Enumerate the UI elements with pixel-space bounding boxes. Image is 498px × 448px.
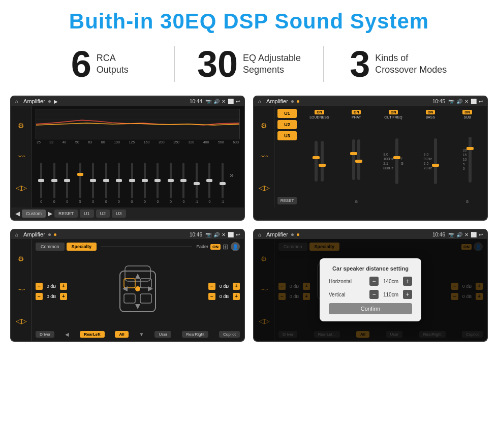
fader-on-button[interactable]: ON: [210, 244, 221, 250]
u3-button[interactable]: U3: [112, 210, 126, 218]
back-icon-2[interactable]: ↩: [479, 99, 483, 104]
horizontal-label: Horizontal: [329, 279, 359, 284]
confirm-button[interactable]: Confirm: [329, 303, 412, 314]
play-icon-1[interactable]: ▶: [54, 99, 58, 104]
speaker-layout-area: − 0 dB + − 0 dB +: [36, 253, 240, 329]
right-controls: − 0 dB + − 0 dB +: [208, 253, 240, 329]
status-icons-2: 📷 🔊 ✕ ⬜ ↩: [448, 99, 483, 104]
all-button[interactable]: All: [115, 331, 128, 338]
home-icon-3[interactable]: ⌂: [15, 232, 18, 237]
status-bar-1: ⌂ Amplifier ▶ 10:44 📷 🔊 ✕ ⬜ ↩: [11, 97, 244, 106]
db-minus-br[interactable]: −: [208, 293, 215, 300]
copilot-button[interactable]: Copilot: [219, 331, 240, 338]
next-preset-button[interactable]: ▶: [48, 210, 52, 217]
home-icon-2[interactable]: ⌂: [258, 99, 261, 104]
eq-slider-11: 0: [178, 163, 189, 203]
back-icon-4[interactable]: ↩: [479, 232, 483, 237]
prev-preset-button[interactable]: ◀: [15, 210, 20, 217]
volume-icon-1[interactable]: 🔊: [213, 99, 220, 104]
db-value-tl: 0 dB: [44, 284, 58, 289]
volume-icon-3[interactable]: 🔊: [213, 232, 220, 237]
close-icon-3[interactable]: ✕: [222, 232, 226, 237]
u2-select-button[interactable]: U2: [277, 120, 297, 129]
u2-button[interactable]: U2: [96, 210, 110, 218]
phat-on-button[interactable]: ON: [352, 110, 361, 114]
loudness-on-button[interactable]: ON: [315, 110, 324, 114]
db-minus-tr[interactable]: −: [208, 283, 215, 290]
bass-on-button[interactable]: ON: [426, 110, 435, 114]
status-bar-2: ⌂ Amplifier 10:45 📷 🔊 ✕ ⬜ ↩: [254, 97, 487, 106]
window-icon-3[interactable]: ⬜: [228, 232, 234, 237]
db-value-br: 0 dB: [217, 294, 231, 299]
band-bass: ON BASS 3.0 90Hz 2.5 70Hz: [413, 108, 448, 205]
u1-select-button[interactable]: U1: [277, 109, 297, 118]
db-plus-br[interactable]: +: [233, 293, 240, 300]
eq-slider-10: 0: [165, 163, 176, 203]
amp-filter-icon[interactable]: ⚙: [261, 122, 267, 130]
top-row: Common Specialty Fader ON ⊞ 👤: [36, 242, 240, 251]
eq-slider-3: 5: [74, 163, 85, 203]
u3-select-button[interactable]: U3: [277, 131, 297, 140]
dot-4b: [297, 233, 299, 236]
volume-icon-2[interactable]: 🔊: [456, 99, 462, 104]
rearleft-button[interactable]: RearLeft: [80, 331, 104, 338]
horizontal-minus-button[interactable]: −: [369, 277, 379, 286]
db-plus-bl[interactable]: +: [60, 293, 67, 300]
common-tab-button[interactable]: Common: [36, 243, 65, 251]
user-button-3[interactable]: User: [154, 331, 171, 338]
amp-volume-icon[interactable]: ◁▷: [259, 184, 270, 192]
reset-button-1[interactable]: RESET: [54, 210, 78, 218]
profile-icon-3[interactable]: 👤: [231, 242, 240, 251]
custom-preset-button[interactable]: Custom: [22, 210, 46, 218]
db-value-bl: 0 dB: [44, 294, 58, 299]
expand-icon[interactable]: »: [230, 171, 240, 179]
eq-volume-icon[interactable]: ◁▷: [16, 184, 27, 192]
eq-slider-5: 0: [100, 163, 111, 203]
vertical-plus-button[interactable]: +: [403, 290, 412, 299]
back-icon-3[interactable]: ↩: [236, 232, 240, 237]
sp-volume-icon[interactable]: ◁▷: [16, 317, 27, 325]
eq-slider-12: -1: [191, 163, 202, 203]
bottom-controls-speaker: Driver ◀ RearLeft All ▼ User RearRight C…: [36, 331, 240, 338]
home-icon[interactable]: ⌂: [15, 99, 18, 104]
stat-number-eq: 30: [197, 46, 238, 82]
eq-filter-icon[interactable]: ⚙: [18, 122, 24, 130]
eq-slider-2: 0: [61, 163, 73, 203]
vertical-minus-button[interactable]: −: [369, 290, 379, 299]
eq-slider-1: 0: [48, 163, 59, 203]
db-minus-bl[interactable]: −: [36, 293, 43, 300]
sp-filter-icon[interactable]: ⚙: [18, 255, 24, 263]
close-icon-2[interactable]: ✕: [464, 99, 469, 104]
reset-button-2[interactable]: RESET: [277, 197, 297, 204]
db-plus-tr[interactable]: +: [233, 283, 240, 290]
status-icons-1: 📷 🔊 ✕ ⬜ ↩: [205, 99, 240, 104]
band-loudness: ON LOUDNESS: [302, 108, 337, 205]
eq-freq-labels: 25 32 40 50 63 80 100 125 160 200 250 32…: [36, 140, 240, 144]
sub-on-button[interactable]: ON: [462, 110, 472, 114]
cutfreq-on-button[interactable]: ON: [389, 110, 398, 114]
left-arrow-icon: ◀: [65, 332, 69, 337]
close-icon-1[interactable]: ✕: [222, 99, 226, 104]
window-icon-2[interactable]: ⬜: [471, 99, 477, 104]
time-3: 10:46: [190, 232, 202, 237]
close-icon-4[interactable]: ✕: [464, 232, 469, 237]
amp-wave-icon[interactable]: 〰: [261, 153, 268, 161]
sp-wave-icon[interactable]: 〰: [18, 286, 25, 294]
u1-button[interactable]: U1: [80, 210, 94, 218]
window-icon-4[interactable]: ⬜: [471, 232, 477, 237]
driver-button[interactable]: Driver: [36, 331, 54, 338]
stat-number-rca: 6: [71, 46, 91, 82]
screen-bands: ⌂ Amplifier 10:45 📷 🔊 ✕ ⬜ ↩ ⚙ 〰 ◁▷ U1 U2: [253, 96, 488, 221]
screenshots-grid: ⌂ Amplifier ▶ 10:44 📷 🔊 ✕ ⬜ ↩ ⚙ 〰 ◁▷: [0, 92, 498, 352]
volume-icon-4[interactable]: 🔊: [456, 232, 462, 237]
eq-wave-icon[interactable]: 〰: [18, 153, 25, 161]
rearright-button[interactable]: RearRight: [182, 331, 208, 338]
specialty-tab-button[interactable]: Specialty: [67, 243, 97, 251]
dot-3a: [48, 233, 51, 236]
horizontal-plus-button[interactable]: +: [403, 277, 412, 286]
back-icon-1[interactable]: ↩: [236, 99, 240, 104]
window-icon-1[interactable]: ⬜: [228, 99, 234, 104]
db-plus-tl[interactable]: +: [60, 283, 67, 290]
db-minus-tl[interactable]: −: [36, 283, 43, 290]
home-icon-4[interactable]: ⌂: [258, 232, 261, 237]
